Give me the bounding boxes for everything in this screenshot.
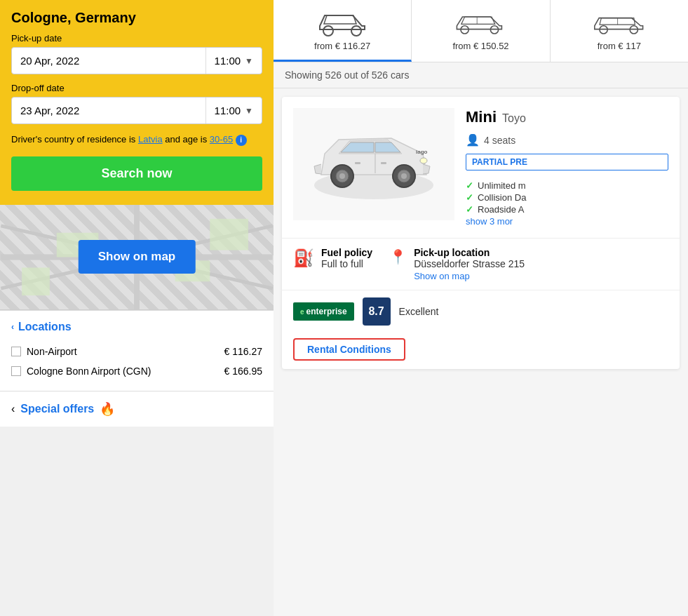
pickup-date-field[interactable]: 20 Apr, 2022: [12, 48, 205, 74]
pickup-date-row: 20 Apr, 2022 11:00 ▼: [11, 47, 262, 74]
map-area: Show on map: [0, 205, 274, 310]
car-details: Mini Toyo 👤 4 seats PARTIAL PRE ✓ Unlimi…: [466, 108, 668, 227]
fuel-section: ⛽ Fuel policy Full to full: [293, 247, 372, 281]
svg-text:iago: iago: [416, 149, 428, 155]
rating-label: Excellent: [399, 306, 439, 317]
locations-section: ‹ Locations Non-Airport € 116.27 Cologne…: [0, 310, 274, 391]
location-name-1: Cologne Bonn Airport (CGN): [27, 366, 151, 377]
feature-item-1: ✓ Collision Da: [466, 192, 668, 203]
supplier-row: e enterprise 8.7 Excellent: [282, 290, 680, 333]
search-button[interactable]: Search now: [11, 156, 262, 191]
car-option-2[interactable]: from € 117: [551, 0, 688, 62]
car-image-svg: iago: [300, 112, 447, 217]
driver-country-link[interactable]: Latvia: [138, 134, 163, 145]
location-price-1: € 166.95: [224, 366, 263, 377]
car-option-price-1: from € 150.52: [452, 41, 508, 51]
feature-item-2: ✓ Roadside A: [466, 204, 668, 215]
show-on-map-link[interactable]: Show on map: [414, 271, 525, 281]
pickup-time-chevron: ▼: [245, 56, 253, 66]
svg-point-8: [323, 26, 333, 36]
showing-count: Showing 526 out of 526 cars: [274, 62, 688, 88]
location-checkbox-0[interactable]: [11, 347, 21, 356]
car-option-1[interactable]: from € 150.52: [412, 0, 550, 62]
car-features: ✓ Unlimited m ✓ Collision Da ✓ Roadside …: [466, 180, 668, 227]
dropoff-date-row: 23 Apr, 2022 11:00 ▼: [11, 97, 262, 124]
location-name-0: Non-Airport: [27, 346, 77, 357]
car-icon-2: [591, 8, 647, 36]
location-price-0: € 116.27: [224, 346, 263, 357]
car-option-price-2: from € 117: [598, 41, 641, 51]
driver-age-link[interactable]: 30-65: [210, 134, 233, 145]
person-icon: 👤: [466, 133, 480, 147]
car-icon-1: [452, 8, 508, 36]
rating-badge: 8.7: [363, 297, 391, 326]
locations-title: ‹ Locations: [11, 321, 262, 333]
car-image-placeholder: iago: [293, 108, 454, 220]
check-icon-2: ✓: [466, 204, 473, 215]
fuel-policy-value: Full to full: [321, 258, 372, 269]
pin-icon: 📍: [389, 248, 407, 265]
location-item-0: Non-Airport € 116.27: [11, 342, 262, 361]
dropoff-label: Drop-off date: [11, 83, 262, 93]
car-model: Toyo: [502, 112, 526, 125]
check-icon-0: ✓: [466, 180, 473, 191]
dropoff-time-chevron: ▼: [245, 106, 253, 116]
car-category: Mini: [466, 108, 497, 126]
enterprise-logo: e enterprise: [293, 302, 354, 321]
svg-point-22: [401, 173, 407, 179]
pickup-section: 📍 Pick-up location Düsseldorfer Strasse …: [389, 247, 525, 281]
car-seats: 👤 4 seats: [466, 133, 668, 147]
rental-conditions-button[interactable]: Rental Conditions: [293, 338, 405, 361]
fuel-icon: ⛽: [293, 248, 314, 268]
dropoff-date-field[interactable]: 23 Apr, 2022: [12, 98, 205, 123]
special-offers-section: ‹ Special offers 🔥: [0, 391, 274, 427]
search-box: Cologne, Germany Pick-up date 20 Apr, 20…: [0, 0, 274, 205]
fuel-policy-label: Fuel policy: [321, 247, 372, 258]
right-panel: from € 116.27 from € 150.52 from € 117: [274, 0, 688, 616]
car-card: iago Mini Toyo 👤 4 seats PARTIAL PRE ✓: [282, 97, 680, 369]
pickup-time-field[interactable]: 11:00 ▼: [205, 48, 262, 74]
partial-pre-badge: PARTIAL PRE: [466, 154, 668, 170]
car-header: Mini Toyo: [466, 108, 668, 126]
svg-rect-25: [381, 162, 386, 164]
special-offers-chevron[interactable]: ‹: [11, 403, 15, 415]
pickup-label: Pick-up date: [11, 33, 262, 43]
svg-rect-6: [22, 267, 50, 295]
locations-chevron[interactable]: ‹: [11, 322, 14, 332]
location-title: Cologne, Germany: [11, 10, 262, 26]
show-on-map-button[interactable]: Show on map: [79, 240, 196, 274]
check-icon-1: ✓: [466, 192, 473, 203]
svg-rect-26: [355, 162, 360, 164]
special-offers-title: Special offers: [20, 403, 94, 415]
svg-rect-7: [210, 218, 248, 250]
location-checkbox-1[interactable]: [11, 366, 21, 376]
car-card-bottom: ⛽ Fuel policy Full to full 📍 Pick-up loc…: [282, 238, 680, 290]
show-more-link[interactable]: show 3 mor: [466, 216, 668, 227]
car-options-strip: from € 116.27 from € 150.52 from € 117: [274, 0, 688, 62]
enterprise-e: e: [300, 308, 304, 316]
location-item-1: Cologne Bonn Airport (CGN) € 166.95: [11, 361, 262, 381]
dropoff-time-field[interactable]: 11:00 ▼: [205, 98, 262, 123]
car-image-area: iago: [293, 108, 454, 227]
info-icon[interactable]: i: [236, 135, 247, 146]
svg-point-9: [351, 26, 361, 36]
rental-conditions-row: Rental Conditions: [282, 333, 680, 369]
feature-item-0: ✓ Unlimited m: [466, 180, 668, 191]
svg-point-24: [420, 158, 427, 163]
car-option-0[interactable]: from € 116.27: [274, 0, 412, 62]
car-option-price-0: from € 116.27: [314, 41, 370, 51]
car-card-top: iago Mini Toyo 👤 4 seats PARTIAL PRE ✓: [282, 97, 680, 238]
svg-point-19: [339, 173, 345, 179]
driver-info: Driver's country of residence is Latvia …: [11, 133, 262, 147]
pickup-location-label: Pick-up location: [414, 247, 525, 258]
fire-icon: 🔥: [100, 401, 115, 417]
car-icon-0: [314, 8, 370, 36]
pickup-address: Düsseldorfer Strasse 215: [414, 258, 525, 269]
